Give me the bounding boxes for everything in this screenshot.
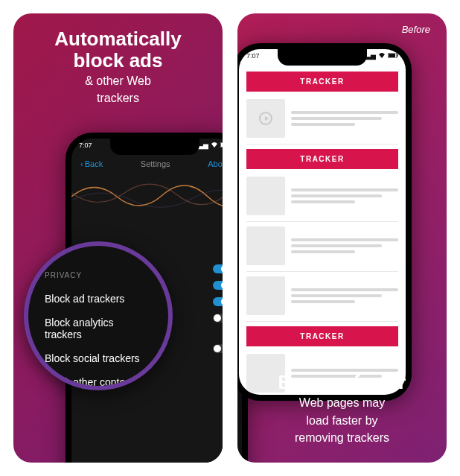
wifi-icon [378,52,386,60]
thumbnail-placeholder [246,226,285,265]
subheadline-line-2: trackers [13,91,223,105]
battery-icon [220,142,223,149]
text-lines [291,276,398,315]
skeleton-line [291,200,355,203]
about-link[interactable]: About [208,159,223,168]
tracker-banner: TRACKER [246,72,398,92]
svg-rect-5 [397,54,398,57]
skeleton-line [291,288,398,291]
phone-notch [278,49,367,66]
toggle-switch[interactable] [213,297,223,306]
headline: Browse faster [237,372,447,393]
headline-line-2: block ads [13,50,223,72]
headline-block: Automatically block ads & other Web trac… [13,13,223,106]
skeleton-line [291,244,382,247]
play-icon [259,112,272,125]
status-time: 7:07 [79,142,92,149]
promo-panel-1: Automatically block ads & other Web trac… [13,13,223,463]
content-row [246,226,398,265]
skeleton-line [291,250,355,253]
page-body: TRACKER TRACKER [239,49,406,393]
wifi-icon [211,142,218,149]
toggle-switch[interactable] [213,264,223,273]
subheadline-line-1: Web pages may [237,396,447,410]
content-row [246,177,398,215]
subheadline-line-3: removing trackers [237,431,447,445]
content-row [246,99,398,138]
toggle-switch[interactable] [213,344,223,353]
magnifier-section-label: PRIVACY [45,271,153,279]
phone-frame: 7:07 ▁▃▅ TRACKER [237,43,412,401]
subheadline-line-1: & other Web [13,74,223,88]
headline-line-1: Automatically [13,28,223,50]
content-row [246,276,398,315]
thumbnail-placeholder [246,99,285,138]
webpage-screen: 7:07 ▁▃▅ TRACKER [239,49,406,395]
tracker-banner: TRACKER [246,149,398,169]
skeleton-line [291,294,382,297]
headline-block: Browse faster Web pages may load faster … [237,357,447,445]
svg-rect-1 [221,143,223,147]
toggle-switch[interactable] [213,314,223,323]
skeleton-line [291,300,355,303]
skeleton-line [291,188,398,191]
magnifier-lens: PRIVACY Block ad trackers Block analytic… [24,241,173,390]
thumbnail-placeholder [246,177,285,215]
toggle-switch[interactable] [213,281,223,290]
thumbnail-placeholder [246,276,285,315]
divider [246,321,398,322]
magnifier-row: Block analytics trackers [45,311,153,346]
divider [246,271,398,272]
skeleton-line [291,194,382,197]
tracker-banner: TRACKER [246,326,398,346]
skeleton-line [291,238,398,241]
skeleton-line [291,123,355,126]
status-time: 7:07 [246,52,260,60]
wave-graphic [71,174,223,215]
subheadline-line-2: load faster by [237,413,447,428]
text-lines [291,177,398,215]
phone-notch [110,139,199,155]
chevron-left-icon: ‹ [80,159,83,168]
back-button[interactable]: ‹ Back [80,159,103,168]
before-label: Before [402,24,430,35]
back-label: Back [85,159,103,168]
battery-icon [388,52,398,60]
text-lines [291,99,398,138]
divider [246,221,398,222]
magnifier-row: Block ad trackers [45,287,153,311]
text-lines [291,226,398,265]
skeleton-line [291,111,398,114]
svg-rect-4 [389,54,395,57]
magnifier-row: Block social trackers [45,346,153,370]
promo-panel-2: Before › 7:07 ▁▃▅ [237,13,447,463]
skeleton-line [291,117,382,120]
divider [246,144,398,145]
nav-title: Settings [141,159,170,168]
